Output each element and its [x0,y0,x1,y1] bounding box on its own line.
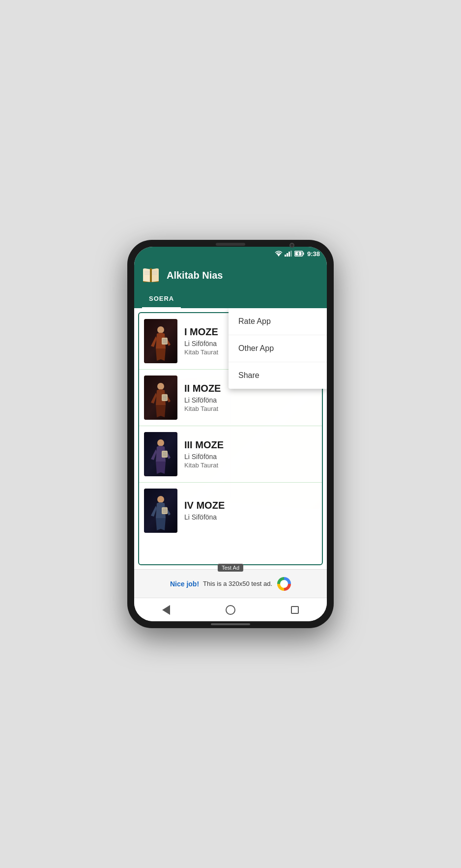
ad-description: This is a 320x50 test ad. [203,580,272,587]
book-category-3: Kitab Taurat [184,462,317,469]
list-item[interactable]: III MOZE Li Siföföna Kitab Taurat [139,426,322,483]
dropdown-other-app[interactable]: Other App [229,335,327,362]
home-icon [226,605,235,615]
recent-icon [291,606,299,614]
svg-point-23 [157,383,164,390]
book-title-4: IV MOZE [184,500,317,511]
book-cover-3 [144,432,177,476]
status-icons: 9:38 [275,250,320,258]
ad-label: Test Ad [218,564,243,572]
ad-nice-text: Nice job! [170,580,199,588]
app-logo [140,264,162,286]
svg-rect-4 [290,251,292,257]
svg-rect-1 [285,255,286,257]
book-info-3: III MOZE Li Siföföna Kitab Taurat [184,439,317,469]
battery-icon [294,251,304,257]
phone-frame: 9:38 [127,240,334,628]
back-icon [162,605,170,615]
book-cover-2 [144,376,177,420]
book-category-2: Kitab Taurat [184,405,317,412]
signal-icon [285,251,292,257]
phone-home-bar [211,623,250,625]
book-info-4: IV MOZE Li Siföföna [184,500,317,522]
nav-recent-button[interactable] [286,601,304,619]
svg-rect-9 [150,268,152,282]
svg-rect-2 [287,253,288,257]
phone-camera [289,243,294,248]
svg-rect-3 [288,252,290,257]
svg-point-29 [157,439,164,446]
status-time: 9:38 [307,250,320,258]
nav-back-button[interactable] [157,601,175,619]
svg-point-35 [157,496,164,503]
content-area: I MOZE Li Siföföna Kitab Taurat [134,308,327,569]
svg-point-17 [157,326,164,333]
tab-bar: SOERA [134,290,327,308]
book-subtitle-3: Li Siföföna [184,453,317,461]
book-cover-1 [144,319,177,363]
dropdown-share[interactable]: Share [229,362,327,389]
book-subtitle-2: Li Siföföna [184,396,317,404]
nav-bar [134,598,327,621]
dropdown-menu: Rate App Other App Share [229,308,327,389]
book-subtitle-4: Li Siföföna [184,513,317,521]
phone-screen: 9:38 [134,247,327,621]
nav-home-button[interactable] [222,601,239,619]
dropdown-rate-app[interactable]: Rate App [229,308,327,335]
book-cover-4 [144,489,177,533]
phone-speaker [216,243,245,246]
status-bar: 9:38 [134,247,327,260]
app-bar: Alkitab Nias [134,260,327,290]
list-item[interactable]: IV MOZE Li Siföföna [139,483,322,539]
book-title-3: III MOZE [184,439,317,451]
svg-marker-0 [277,254,281,257]
app-title: Alkitab Nias [167,270,321,281]
ad-logo [277,577,291,591]
ad-logo-inner [280,580,288,588]
svg-rect-6 [303,253,304,255]
ad-banner: Test Ad Nice job! This is a 320x50 test … [134,569,327,598]
tab-soera[interactable]: SOERA [142,290,181,308]
wifi-icon [275,251,283,257]
